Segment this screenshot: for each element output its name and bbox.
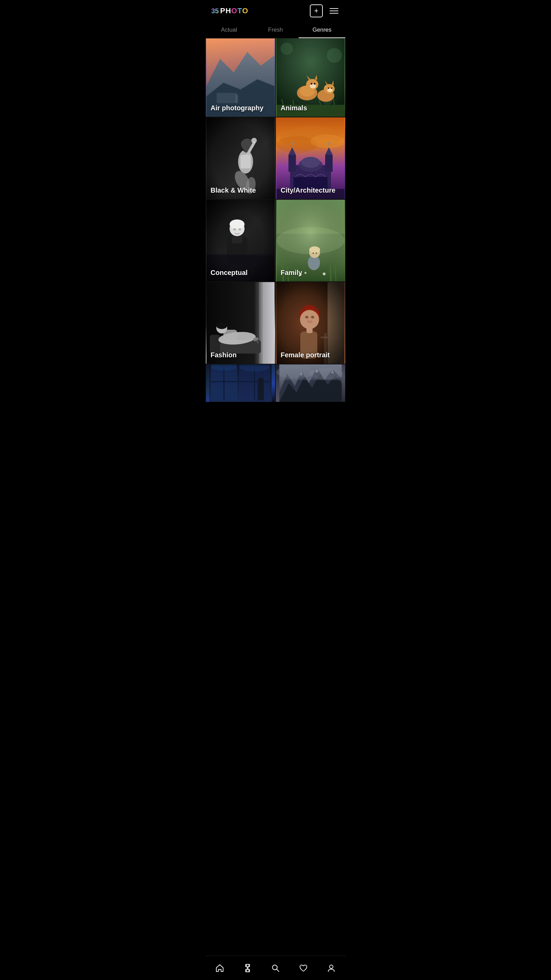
genre-label-conceptual: Conceptual bbox=[211, 269, 248, 277]
svg-rect-4 bbox=[235, 95, 238, 103]
svg-rect-48 bbox=[325, 155, 333, 172]
genre-label-city-architecture: City/Architecture bbox=[281, 186, 335, 194]
home-icon bbox=[215, 963, 224, 973]
genre-cell-conceptual[interactable]: Conceptual bbox=[206, 200, 275, 282]
nav-profile[interactable] bbox=[318, 956, 345, 980]
svg-point-42 bbox=[311, 134, 345, 148]
hamburger-line-2 bbox=[330, 11, 338, 11]
genre-cell-black-white[interactable]: Black & White bbox=[206, 118, 275, 199]
svg-point-15 bbox=[311, 83, 313, 85]
genre-label-female-portrait: Female portrait bbox=[281, 351, 330, 359]
profile-icon bbox=[327, 963, 336, 973]
logo-text: PHOTO bbox=[220, 6, 248, 15]
heart-icon bbox=[299, 963, 308, 973]
svg-point-22 bbox=[328, 88, 329, 89]
menu-button[interactable] bbox=[328, 7, 340, 15]
nav-favorites[interactable] bbox=[289, 956, 318, 980]
app-logo: 35 PHOTO bbox=[211, 6, 248, 15]
logo-number: 35 bbox=[211, 7, 219, 15]
search-icon bbox=[271, 963, 280, 973]
genre-label-family: Family bbox=[281, 269, 302, 277]
nav-home[interactable] bbox=[206, 956, 233, 980]
tab-actual[interactable]: Actual bbox=[206, 22, 252, 38]
svg-point-134 bbox=[330, 965, 333, 969]
add-button[interactable]: + bbox=[310, 5, 323, 18]
genre-cell-city-architecture[interactable]: City/Architecture bbox=[276, 118, 345, 199]
svg-rect-3 bbox=[217, 93, 237, 103]
genre-cell-female-portrait[interactable]: Female portrait bbox=[276, 282, 345, 364]
genre-cell-partial-1[interactable] bbox=[206, 364, 275, 402]
nav-search[interactable] bbox=[262, 956, 289, 980]
partial-2-image bbox=[276, 364, 345, 402]
svg-point-45 bbox=[301, 157, 320, 168]
genre-label-animals: Animals bbox=[281, 104, 307, 112]
svg-point-7 bbox=[327, 48, 342, 63]
hamburger-line-3 bbox=[330, 13, 338, 14]
genre-cell-fashion[interactable]: Fashion bbox=[206, 282, 275, 364]
partial-1-image bbox=[206, 364, 275, 402]
genre-cell-family[interactable]: Family bbox=[276, 200, 345, 282]
svg-point-23 bbox=[331, 88, 332, 89]
svg-point-80 bbox=[305, 272, 306, 274]
svg-point-76 bbox=[309, 247, 320, 253]
genre-grid: Air photography bbox=[206, 38, 345, 402]
svg-rect-46 bbox=[288, 155, 296, 172]
svg-rect-120 bbox=[209, 364, 272, 402]
svg-line-72 bbox=[330, 265, 331, 282]
genre-label-black-white: Black & White bbox=[211, 186, 256, 194]
svg-point-41 bbox=[276, 136, 318, 153]
svg-line-133 bbox=[277, 969, 279, 972]
svg-point-77 bbox=[313, 253, 314, 254]
svg-point-125 bbox=[276, 366, 314, 379]
svg-point-6 bbox=[281, 43, 293, 55]
genre-label-fashion: Fashion bbox=[211, 351, 237, 359]
genre-cell-partial-2[interactable] bbox=[276, 364, 345, 402]
header-actions: + bbox=[310, 5, 340, 18]
tab-bar: Actual Fresh Genres bbox=[206, 22, 345, 38]
app-header: 35 PHOTO + bbox=[206, 0, 345, 22]
genre-cell-air-photography[interactable]: Air photography bbox=[206, 38, 275, 117]
bottom-navigation bbox=[206, 956, 345, 980]
hamburger-line-1 bbox=[330, 8, 338, 9]
svg-rect-82 bbox=[276, 200, 345, 234]
svg-point-16 bbox=[314, 83, 316, 85]
tab-fresh[interactable]: Fresh bbox=[252, 22, 299, 38]
svg-point-81 bbox=[323, 272, 326, 275]
svg-point-78 bbox=[316, 253, 317, 254]
svg-point-126 bbox=[309, 368, 343, 379]
tab-genres[interactable]: Genres bbox=[299, 22, 345, 38]
nav-timer[interactable] bbox=[233, 956, 262, 980]
timer-icon bbox=[243, 963, 252, 973]
genre-label-air-photography: Air photography bbox=[211, 104, 264, 112]
genre-cell-animals[interactable]: Animals bbox=[276, 38, 345, 117]
